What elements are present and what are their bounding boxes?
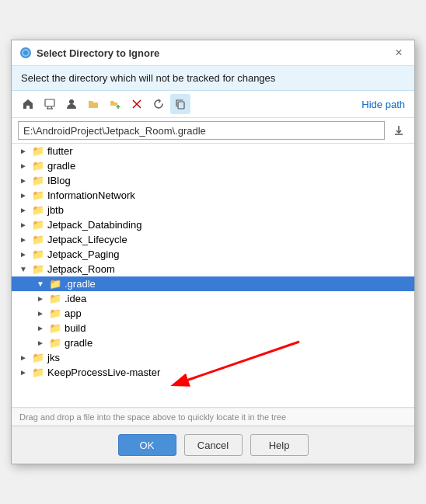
tree-item-label: .idea [65, 293, 86, 304]
tree-item-label: flutter [47, 145, 73, 157]
dialog-icon [19, 47, 32, 59]
close-button[interactable]: × [391, 45, 407, 61]
expand-arrow-icon[interactable]: ► [35, 323, 46, 334]
subtitle-text: Select the directory which will not be t… [12, 66, 414, 91]
select-directory-dialog: Select Directory to Ignore × Select the … [11, 40, 415, 464]
tree-item-label: Jetpack_Lifecycle [47, 234, 127, 245]
folder-icon: 📁 [49, 293, 61, 304]
folder-icon: 📁 [49, 308, 61, 319]
cancel-button[interactable]: Cancel [184, 434, 243, 456]
tree-item-label: .gradle [65, 278, 96, 290]
expand-arrow-icon[interactable]: ► [18, 220, 29, 231]
svg-rect-3 [45, 99, 54, 106]
tree-item[interactable]: ►📁KeepProcessLive-master [12, 365, 414, 380]
monitor-button[interactable] [40, 94, 60, 114]
expand-arrow-icon[interactable]: ► [18, 367, 29, 378]
copy-button[interactable] [170, 94, 190, 114]
tree-item-label: jks [47, 352, 60, 363]
folder-icon: 📁 [32, 204, 44, 216]
folder-icon: 📁 [32, 189, 44, 201]
tree-item[interactable]: ►📁IBlog [12, 173, 414, 188]
tree-item[interactable]: ►📁Jetpack_Lifecycle [12, 232, 414, 247]
tree-item[interactable]: ►📁Jetpack_Paging [12, 247, 414, 262]
tree-item-label: gradle [47, 160, 75, 172]
folder-icon: 📁 [32, 219, 44, 231]
tree-item-label: Jetpack_Paging [47, 249, 120, 260]
home-button[interactable] [18, 94, 38, 114]
folder-icon: 📁 [32, 367, 44, 378]
folder-icon: 📁 [49, 278, 61, 290]
dialog-title: Select Directory to Ignore [37, 47, 159, 59]
expand-arrow-icon[interactable]: ► [18, 249, 29, 260]
folder-icon: 📁 [32, 249, 44, 260]
path-input[interactable] [18, 121, 385, 140]
tree-item[interactable]: ▼📁.gradle [12, 276, 414, 291]
expand-arrow-icon[interactable]: ► [18, 190, 29, 201]
new-folder-button[interactable] [105, 94, 125, 114]
expand-arrow-icon[interactable]: ► [18, 205, 29, 216]
expand-arrow-icon[interactable]: ► [18, 161, 29, 172]
tree-item[interactable]: ►📁flutter [12, 144, 414, 158]
expand-arrow-icon[interactable]: ► [35, 308, 46, 319]
delete-button[interactable] [127, 94, 147, 114]
expand-arrow-icon[interactable]: ► [18, 146, 29, 157]
download-path-button[interactable] [389, 121, 408, 140]
svg-point-2 [23, 50, 28, 55]
folder-icon: 📁 [49, 322, 61, 334]
tree-item[interactable]: ►📁Jetpack_Databinding [12, 217, 414, 232]
title-bar: Select Directory to Ignore × [12, 40, 414, 66]
tree-item-label: IBlog [47, 175, 71, 186]
expand-arrow-icon[interactable]: ► [18, 176, 29, 186]
expand-arrow-icon[interactable]: ► [35, 294, 46, 304]
tree-item[interactable]: ►📁InformationNetwork [12, 188, 414, 203]
tree-item-label: InformationNetwork [47, 189, 135, 201]
tree-item[interactable]: ►📁gradle [12, 158, 414, 173]
ok-button[interactable]: OK [118, 434, 176, 456]
refresh-button[interactable] [148, 94, 169, 114]
hide-path-button[interactable]: Hide path [358, 97, 408, 112]
folder-icon: 📁 [32, 234, 44, 245]
folder-icon: 📁 [32, 145, 44, 157]
folder-icon: 📁 [32, 160, 44, 172]
user-button[interactable] [61, 94, 82, 114]
folder-icon: 📁 [32, 175, 44, 186]
folder-button[interactable] [83, 94, 103, 114]
expand-arrow-icon[interactable]: ► [18, 235, 29, 245]
title-bar-left: Select Directory to Ignore [19, 47, 159, 59]
tree-item-label: app [65, 308, 82, 319]
tree-item-label: jbtb [47, 204, 64, 216]
tree-item[interactable]: ►📁build [12, 321, 414, 335]
folder-icon: 📁 [32, 352, 44, 363]
expand-arrow-icon[interactable]: ► [35, 338, 46, 349]
tree-item[interactable]: ►📁.idea [12, 291, 414, 306]
folder-icon: 📁 [32, 263, 44, 275]
expand-arrow-icon[interactable]: ► [18, 353, 29, 363]
path-bar [12, 118, 414, 144]
tree-item[interactable]: ►📁app [12, 306, 414, 321]
tree-item-label: KeepProcessLive-master [47, 367, 160, 378]
expand-arrow-icon[interactable]: ▼ [35, 279, 46, 290]
tree-item[interactable]: ▼📁Jetpack_Room [12, 262, 414, 276]
tree-item-label: build [65, 322, 86, 334]
expand-arrow-icon[interactable]: ▼ [18, 264, 29, 275]
svg-point-7 [69, 99, 74, 104]
tree-item[interactable]: ►📁gradle [12, 335, 414, 350]
tree-item-label: Jetpack_Room [47, 263, 115, 275]
footer: OK Cancel Help [12, 426, 414, 464]
directory-tree[interactable]: ►📁flutter►📁gradle►📁IBlog►📁InformationNet… [12, 144, 414, 408]
tree-item[interactable]: ►📁jks [12, 350, 414, 365]
tree-item-label: Jetpack_Databinding [47, 219, 141, 231]
tree-item-label: gradle [65, 337, 93, 349]
drag-hint: Drag and drop a file into the space abov… [12, 408, 414, 426]
tree-item[interactable]: ►📁jbtb [12, 203, 414, 217]
folder-icon: 📁 [49, 337, 61, 349]
help-button[interactable]: Help [250, 434, 309, 456]
toolbar: Hide path [12, 91, 414, 118]
svg-rect-12 [178, 102, 184, 109]
